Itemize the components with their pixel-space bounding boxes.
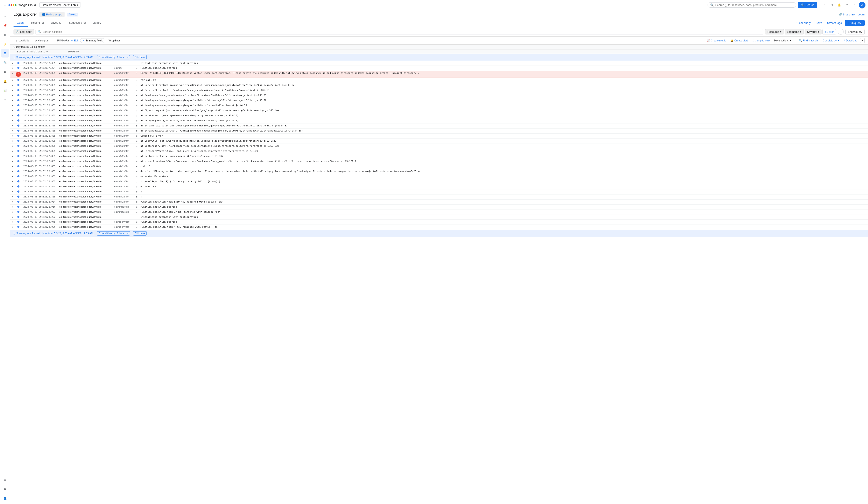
time-filter-button[interactable]: 🕐 Last hour (13, 29, 34, 34)
learn-button[interactable]: Learn (858, 13, 865, 16)
add-icon[interactable]: ✦ (821, 2, 827, 9)
edit-time-button-bottom[interactable]: Edit time (133, 231, 147, 236)
tab-recent[interactable]: Recent (1) (28, 19, 47, 27)
resource-filter-button[interactable]: Resource ▾ (765, 29, 784, 34)
circle-button[interactable]: — (838, 29, 844, 35)
row-expand-toggle[interactable] (10, 210, 14, 215)
row-expand-toggle[interactable] (10, 98, 14, 103)
bell-nav-icon[interactable]: 🔔 (836, 2, 843, 9)
row-expand-toggle[interactable] (10, 144, 14, 149)
extend-time-main-button[interactable]: Extend time by: 1 hour (97, 55, 126, 59)
row-expand-toggle[interactable] (10, 128, 14, 134)
more-actions-button[interactable]: More actions ▾ (773, 38, 792, 43)
clear-query-button[interactable]: Clear query (795, 21, 813, 25)
row-expand-toggle[interactable] (10, 113, 14, 119)
correlate-by-button[interactable]: Correlate by ▾ (822, 38, 840, 43)
global-search-button[interactable]: 🔍 Search (798, 2, 817, 8)
sidebar-icon-home[interactable]: ⌂ (1, 12, 9, 20)
sidebar-icon-filter[interactable]: ⧗ (1, 68, 9, 76)
sort-asc-icon[interactable]: ▲ (43, 51, 45, 53)
tab-library[interactable]: Library (90, 19, 105, 27)
row-expand-toggle[interactable] (10, 123, 14, 128)
tab-query[interactable]: Query (13, 19, 28, 27)
row-expand-toggle[interactable] (10, 179, 14, 184)
search-all-fields-input[interactable] (42, 30, 761, 33)
row-expand-toggle[interactable] (10, 189, 14, 195)
row-expand-toggle[interactable] (10, 134, 14, 139)
download-button[interactable]: ⬇ Download (842, 38, 858, 43)
row-expand-toggle[interactable] (10, 66, 14, 71)
row-expand-toggle[interactable] (10, 159, 14, 164)
row-expand-toggle[interactable] (10, 108, 14, 113)
tab-suggested[interactable]: Suggested (2) (65, 19, 89, 27)
create-metric-button[interactable]: 📈 Create metric (706, 38, 727, 43)
row-expand-toggle[interactable] (10, 215, 14, 220)
row-expand-toggle[interactable] (10, 225, 14, 230)
row-expand-toggle[interactable] (10, 78, 14, 83)
sidebar-icon-integrations[interactable]: ⊞ (1, 475, 9, 484)
project-selector[interactable]: Firestore Vector Search Lab ▾ (39, 2, 81, 8)
histogram-button[interactable]: ⊙ Histogram (33, 38, 51, 43)
create-alert-button[interactable]: 🔔 Create alert (729, 38, 749, 43)
extend-time-button-bottom[interactable]: Extend time by: 1 hour ▾ (97, 231, 130, 236)
more-icon[interactable]: ⋮ (851, 2, 858, 9)
row-expand-toggle[interactable] (10, 199, 14, 205)
edit-time-button[interactable]: Edit time (133, 55, 147, 59)
help-icon[interactable]: ? (844, 2, 850, 9)
jump-to-now-button[interactable]: ⏱ Jump to now (751, 38, 771, 43)
row-expand-toggle[interactable] (10, 103, 14, 108)
extend-time-dropdown-bottom[interactable]: ▾ (126, 232, 130, 235)
wrap-lines-button[interactable]: Wrap lines (107, 38, 122, 43)
menu-icon[interactable]: ☰ (2, 2, 7, 7)
log-fields-button[interactable]: ⊙ Log fields (13, 38, 31, 43)
row-expand-toggle[interactable] (10, 139, 14, 144)
stream-logs-button[interactable]: Stream logs (826, 21, 844, 25)
sidebar-icon-chart[interactable]: 📊 (1, 86, 9, 95)
row-expand-toggle[interactable] (10, 184, 14, 189)
global-search-input[interactable] (715, 3, 794, 7)
row-expand-toggle[interactable] (10, 83, 14, 88)
sidebar-icon-person[interactable]: 👤 (1, 494, 9, 502)
row-expand-toggle[interactable] (10, 61, 14, 66)
row-expand-toggle[interactable] (10, 149, 14, 154)
extend-time-button[interactable]: Extend time by: 1 hour ▾ (97, 55, 130, 59)
sidebar-icon-settings[interactable]: ⚙ (1, 485, 9, 493)
find-in-results-button[interactable]: 🔍 Find in results (798, 38, 820, 43)
extend-time-main-button-bottom[interactable]: Extend time by: 1 hour (97, 232, 126, 235)
row-expand-toggle[interactable] (10, 154, 14, 159)
expand-button[interactable]: ⤢ (860, 38, 865, 43)
share-link-button[interactable]: 🔗 Share link (839, 13, 855, 16)
summary-fields-button[interactable]: ✓ Summary fields (80, 38, 105, 43)
tab-saved[interactable]: Saved (0) (47, 19, 65, 27)
sidebar-icon-search[interactable]: 🔍 (1, 58, 9, 67)
row-expand-toggle[interactable] (10, 119, 14, 123)
show-query-button[interactable]: Show query (845, 29, 865, 34)
sidebar-icon-logs[interactable]: ☰ (1, 49, 9, 58)
sidebar-icon-bell[interactable]: 🔔 (1, 77, 9, 85)
severity-filter-button[interactable]: Severity ▾ (805, 29, 822, 34)
sidebar-icon-network[interactable]: ◎ (1, 95, 9, 104)
plus-filter-button[interactable]: +1 filter (822, 29, 836, 34)
row-expand-toggle[interactable] (10, 169, 14, 174)
edit-button[interactable]: ✏ Edit (71, 39, 79, 42)
row-expand-toggle[interactable] (10, 174, 14, 179)
row-expand-toggle[interactable] (10, 164, 14, 169)
sort-desc-icon[interactable]: ▼ (46, 51, 48, 53)
row-expand-toggle[interactable] (10, 220, 14, 225)
extend-time-dropdown-button[interactable]: ▾ (126, 55, 130, 59)
sidebar-icon-pin[interactable]: 📌 (1, 21, 9, 30)
search-all-fields-bar[interactable]: 🔍 (35, 29, 763, 34)
terminal-icon[interactable]: ⊡ (828, 2, 835, 9)
sidebar-icon-activity[interactable]: ⚡ (1, 40, 9, 48)
log-name-filter-button[interactable]: Log name ▾ (785, 29, 804, 34)
refine-scope-button[interactable]: 🔵 Refine scope (40, 12, 64, 17)
row-expand-toggle[interactable] (10, 93, 14, 98)
run-query-button[interactable]: Run query (845, 20, 865, 26)
sidebar-icon-dashboard[interactable]: ▦ (1, 30, 9, 39)
row-expand-toggle[interactable] (10, 205, 14, 210)
avatar[interactable]: A (859, 2, 866, 9)
row-expand-toggle[interactable] (10, 88, 14, 93)
save-button[interactable]: Save (814, 21, 824, 25)
row-expand-toggle[interactable] (10, 195, 14, 199)
row-expand-toggle[interactable] (10, 71, 14, 78)
